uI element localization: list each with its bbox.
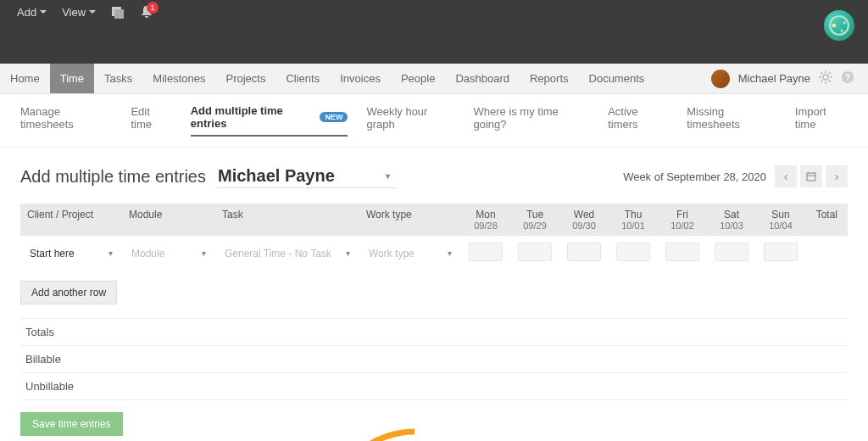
subnav-missing-timesheets[interactable]: Missing timesheets — [687, 104, 776, 137]
view-menu[interactable]: View — [62, 6, 96, 19]
nav-projects[interactable]: Projects — [215, 64, 275, 93]
nav-time[interactable]: Time — [50, 64, 94, 93]
page-title: Add multiple time entries — [20, 167, 206, 187]
subnav-edit-time[interactable]: Edit time — [131, 104, 171, 137]
col-mon: Mon09/28 — [461, 204, 510, 236]
summary-unbillable: Unbillable — [20, 372, 848, 400]
col-worktype: Work type — [359, 204, 461, 236]
summary-totals: Totals — [20, 318, 848, 345]
add-menu[interactable]: Add — [17, 6, 47, 19]
person-select[interactable]: Michael Payne ▾ — [216, 165, 397, 188]
col-tue: Tue09/29 — [510, 204, 559, 236]
svg-point-6 — [823, 75, 828, 80]
col-fri: Fri10/02 — [658, 204, 707, 236]
col-sun: Sun10/04 — [756, 204, 805, 236]
new-badge: NEW — [320, 112, 348, 122]
nav-clients[interactable]: Clients — [275, 64, 330, 93]
time-input-sat[interactable] — [715, 243, 748, 261]
next-week-button[interactable]: › — [826, 165, 848, 187]
svg-rect-9 — [807, 173, 815, 181]
chevron-down-icon: ▾ — [202, 248, 206, 258]
subnav-import-time[interactable]: Import time — [795, 104, 848, 137]
time-input-mon[interactable] — [469, 243, 503, 261]
client-select[interactable]: Start here▾ — [25, 245, 117, 262]
svg-point-3 — [832, 24, 836, 28]
help-icon[interactable]: ? — [841, 70, 854, 87]
module-select[interactable]: Module▾ — [127, 245, 210, 262]
worktype-select[interactable]: Work type▾ — [364, 245, 456, 262]
time-input-fri[interactable] — [665, 243, 699, 261]
nav-milestones[interactable]: Milestones — [142, 64, 215, 93]
subnav-active-timers[interactable]: Active timers — [608, 104, 668, 137]
svg-text:?: ? — [845, 73, 850, 82]
prev-week-button[interactable]: ‹ — [775, 165, 797, 187]
chevron-down-icon: ▾ — [448, 248, 452, 258]
col-module: Module — [122, 204, 215, 236]
nav-tasks[interactable]: Tasks — [94, 64, 142, 93]
person-name: Michael Payne — [218, 166, 335, 186]
chevron-down-icon: ▾ — [386, 171, 390, 181]
calendar-icon — [806, 171, 816, 181]
task-select[interactable]: General Time - No Task▾ — [220, 245, 354, 262]
time-input-wed[interactable] — [567, 243, 601, 261]
subnav-manage-timesheets[interactable]: Manage timesheets — [20, 104, 112, 137]
arrow-annotation — [351, 427, 419, 441]
chevron-down-icon: ▾ — [346, 248, 350, 258]
summary-billable: Billable — [20, 345, 848, 372]
col-total: Total — [805, 204, 848, 236]
row-total — [805, 236, 848, 271]
nav-reports[interactable]: Reports — [520, 64, 579, 93]
notifications-button[interactable]: 1 — [140, 5, 153, 19]
view-label: View — [62, 6, 86, 19]
svg-point-4 — [843, 21, 846, 24]
save-button[interactable]: Save time entries — [20, 412, 123, 436]
add-row-button[interactable]: Add another row — [20, 281, 117, 304]
chevron-down-icon: ▾ — [108, 248, 113, 258]
nav-documents[interactable]: Documents — [579, 64, 655, 93]
app-logo — [824, 10, 854, 41]
nav-dashboard[interactable]: Dashboard — [445, 64, 520, 93]
subnav-weekly-hour-graph[interactable]: Weekly hour graph — [366, 104, 454, 137]
nav-people[interactable]: People — [391, 64, 445, 93]
col-wed: Wed09/30 — [559, 204, 609, 236]
svg-point-5 — [841, 30, 843, 32]
notification-badge: 1 — [147, 2, 159, 14]
notes-icon — [111, 5, 125, 19]
avatar[interactable] — [711, 70, 730, 88]
subnav-where-time-going[interactable]: Where is my time going? — [473, 104, 589, 137]
subnav-add-multiple[interactable]: Add multiple time entries NEW — [191, 104, 348, 137]
subnav-add-multiple-label: Add multiple time entries — [191, 104, 315, 130]
add-label: Add — [17, 6, 36, 19]
col-sat: Sat10/03 — [707, 204, 756, 236]
caret-down-icon — [89, 10, 96, 14]
time-input-sun[interactable] — [764, 243, 798, 261]
svg-rect-1 — [114, 9, 124, 19]
col-thu: Thu10/01 — [609, 204, 658, 236]
nav-invoices[interactable]: Invoices — [330, 64, 391, 93]
time-input-thu[interactable] — [616, 243, 650, 261]
col-task: Task — [215, 204, 359, 236]
caret-down-icon — [40, 10, 47, 14]
gear-icon[interactable] — [819, 70, 832, 87]
table-row: Start here▾ Module▾ General Time - No Ta… — [20, 236, 848, 271]
nav-home[interactable]: Home — [0, 64, 50, 93]
calendar-button[interactable] — [800, 165, 822, 187]
time-input-tue[interactable] — [518, 243, 552, 261]
week-label: Week of September 28, 2020 — [623, 170, 766, 183]
col-client: Client / Project — [20, 204, 122, 236]
notes-icon-button[interactable] — [111, 5, 125, 19]
current-user[interactable]: Michael Payne — [738, 72, 810, 85]
